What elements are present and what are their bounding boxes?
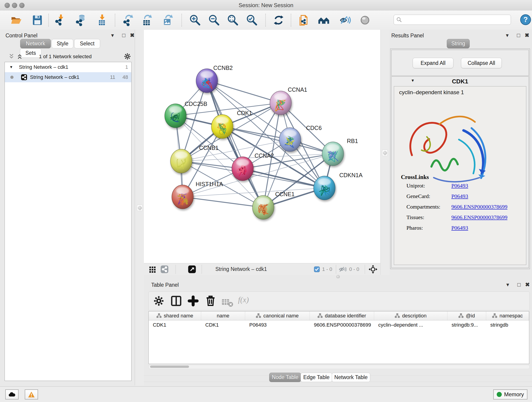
network-node-cdkn1a[interactable]: CDKN1A [314,172,363,200]
tab-string[interactable]: String [447,39,470,48]
open-session-icon[interactable] [10,14,22,26]
expand-all-icon[interactable] [17,53,23,60]
zoom-fit-icon[interactable] [227,14,239,26]
column-header-shared-name[interactable]: shared name [149,312,201,320]
birdseye-grid-icon[interactable] [149,266,156,273]
zoom-in-icon[interactable] [189,14,201,26]
table-cell[interactable]: cyclin–dependent ... [374,320,447,330]
zoom-selected-icon[interactable] [246,14,258,26]
sphere-icon[interactable] [359,14,371,26]
expand-all-button[interactable]: Expand All [413,58,453,68]
cloud-button[interactable] [5,389,19,400]
glass-ball-eye-icon[interactable] [339,14,351,26]
gear-icon[interactable] [153,295,165,307]
network-node-ccnb2[interactable]: CCNB2 [196,65,233,93]
import-table-from-file-icon[interactable] [95,14,107,26]
export-network-icon[interactable] [122,14,134,26]
network-edge[interactable] [183,197,263,207]
table-cell[interactable]: stringdb [486,320,529,330]
right-splitter-handle[interactable] [382,150,388,156]
horizontal-splitter-handle[interactable] [336,275,340,279]
table-row[interactable]: CDK1CDK1P064939606.ENSP00000378699cyclin… [149,320,529,330]
tab-network[interactable]: Network [20,39,51,48]
tab-style[interactable]: Style [51,39,73,48]
network-collection-row[interactable]: ▼ String Network – cdk1 1 [5,62,131,72]
table-cell[interactable]: P06493 [245,320,310,330]
fit-content-crosshair-icon[interactable] [368,265,378,274]
gear-icon[interactable] [124,53,131,60]
table-cell[interactable]: CDK1 [149,320,201,330]
export-table-icon[interactable] [141,14,153,26]
column-header--id[interactable]: @id [447,312,486,320]
tree-expand-icon[interactable]: ▼ [9,65,13,69]
zoom-window-button[interactable] [19,3,25,8]
network-node-ccne1[interactable]: CCNE1 [253,191,295,219]
network-node-cdc6[interactable]: CDC6 [279,125,322,152]
collapse-all-icon[interactable] [8,53,15,60]
network-graph[interactable]: CCNB2CCNA1CDC25BCDK1CDC6RB1CCNB1CCNA2CDK… [144,30,380,263]
table-panel-float-icon[interactable]: □ [517,282,521,287]
table-cell[interactable]: stringdb:9... [447,320,486,330]
control-panel-close-icon[interactable]: ✖ [130,32,134,38]
houses-icon[interactable] [318,14,330,26]
control-panel-menu-icon[interactable]: ▾ [111,32,114,38]
crosslink-link[interactable]: P06493 [451,183,468,189]
network-edge[interactable] [207,81,263,207]
refresh-icon[interactable] [273,14,285,26]
column-header-description[interactable]: description [374,312,447,320]
selected-checkbox-icon[interactable] [314,266,320,272]
import-network-from-database-icon[interactable] [75,14,87,26]
toolbar-separator [265,14,266,27]
tab-node-table[interactable]: Node Table [269,373,301,382]
left-splitter[interactable] [135,30,144,385]
crosslink-link[interactable]: 9606.ENSP00000378699 [451,214,507,220]
column-header-namespac[interactable]: namespac [486,312,529,320]
results-panel-float-icon[interactable]: □ [517,32,520,38]
minimize-window-button[interactable] [12,3,17,8]
control-panel-float-icon[interactable]: □ [122,32,126,38]
collapse-all-button[interactable]: Collapse All [461,58,502,68]
right-splitter[interactable] [380,30,390,277]
table-cell[interactable]: 9606.ENSP00000378699 [310,320,374,330]
network-row-selected[interactable]: String Network – cdk1 11 48 [5,72,131,82]
left-splitter-handle[interactable] [137,205,143,211]
column-header-database-identifier[interactable]: database identifier [310,312,374,320]
network-canvas[interactable]: CCNB2CCNA1CDC25BCDK1CDC6RB1CCNB1CCNA2CDK… [144,30,380,263]
node-table[interactable]: shared namenamecanonical namedatabase id… [148,311,529,364]
network-node-rb1[interactable]: RB1 [322,138,358,166]
table-cell[interactable]: CDK1 [201,320,245,330]
table-h-scrollbar-thumb[interactable] [150,366,189,368]
string-document-icon[interactable] [298,14,310,26]
crosslink-link[interactable]: 9606.ENSP00000378699 [451,204,507,210]
column-header-name[interactable]: name [201,312,245,320]
network-edge[interactable] [207,81,281,103]
table-h-scrollbar[interactable] [148,365,530,369]
table-panel-close-icon[interactable]: ✖ [525,282,530,287]
memory-button[interactable]: Memory [493,389,527,400]
column-header-canonical-name[interactable]: canonical name [245,312,310,320]
crosslink-link[interactable]: P06493 [451,193,468,199]
delete-column-trash-icon[interactable] [205,295,216,307]
open-in-new-window-icon[interactable] [188,265,196,274]
network-edge-count: 48 [123,74,128,80]
tab-edge-table[interactable]: Edge Table [301,373,332,382]
warning-button[interactable] [25,389,38,400]
results-panel-close-icon[interactable]: ✖ [525,32,529,38]
import-network-from-file-icon[interactable] [54,14,66,26]
show-columns-icon[interactable] [170,295,182,307]
search-input[interactable] [402,17,504,23]
crosslink-link[interactable]: P06493 [451,225,468,231]
zoom-out-icon[interactable] [208,14,220,26]
help-icon[interactable]: ? [520,14,532,26]
table-panel-menu-icon[interactable]: ▾ [506,282,509,287]
close-window-button[interactable] [5,3,10,8]
string-share-icon[interactable] [160,265,169,274]
network-edge[interactable] [243,169,324,188]
network-node-ccna1[interactable]: CCNA1 [270,86,307,115]
add-column-icon[interactable] [187,295,199,307]
tab-network-table[interactable]: Network Table [332,373,370,382]
save-session-icon[interactable] [32,14,43,26]
tab-select[interactable]: Select [74,39,100,48]
export-image-icon[interactable] [162,14,173,26]
results-panel-menu-icon[interactable]: ▾ [506,32,509,38]
